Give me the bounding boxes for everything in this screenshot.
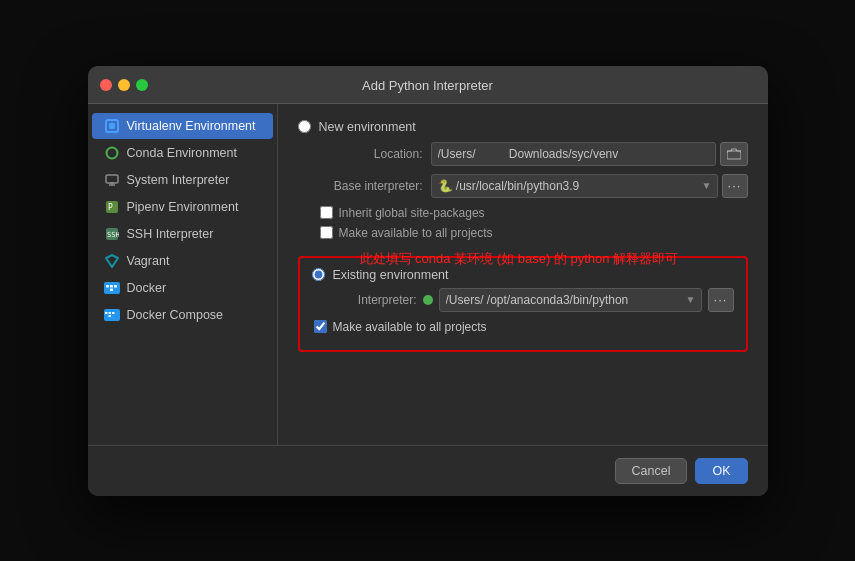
base-interpreter-input-wrap: 🐍 /usr/local/bin/python3.9 ▼ ··· (431, 174, 748, 198)
annotation-text: 此处填写 conda 某环境 (如 base) 的 python 解释器即可 (360, 250, 679, 268)
sidebar-item-system-label: System Interpreter (127, 173, 230, 187)
ssh-icon: SSH (104, 226, 120, 242)
new-environment-label: New environment (319, 120, 416, 134)
sidebar-item-docker[interactable]: Docker (92, 275, 273, 301)
cancel-button[interactable]: Cancel (615, 458, 688, 484)
conda-icon (104, 145, 120, 161)
minimize-button[interactable] (118, 79, 130, 91)
new-environment-radio[interactable] (298, 120, 311, 133)
sidebar-item-docker-compose[interactable]: Docker Compose (92, 302, 273, 328)
base-interpreter-more-button[interactable]: ··· (722, 174, 748, 198)
sidebar-item-pipenv-label: Pipenv Environment (127, 200, 239, 214)
svg-rect-18 (105, 312, 108, 314)
interpreter-more-button[interactable]: ··· (708, 288, 734, 312)
existing-environment-section: 此处填写 conda 某环境 (如 base) 的 python 解释器即可 E… (298, 256, 748, 352)
sidebar-item-conda-label: Conda Environment (127, 146, 237, 160)
svg-rect-14 (110, 285, 113, 288)
inherit-packages-checkbox[interactable] (320, 206, 333, 219)
inherit-packages-row: Inherit global site-packages (320, 206, 748, 220)
docker-icon (104, 280, 120, 296)
sidebar-item-virtualenv[interactable]: Virtualenv Environment (92, 113, 273, 139)
make-available-new-label: Make available to all projects (339, 226, 493, 240)
interpreter-label: Interpreter: (312, 293, 417, 307)
virtualenv-icon (104, 118, 120, 134)
base-interpreter-label: Base interpreter: (318, 179, 423, 193)
inherit-packages-label: Inherit global site-packages (339, 206, 485, 220)
dialog-overlay: Add Python Interpreter Virtualenv Enviro… (0, 0, 855, 561)
docker-compose-icon (104, 307, 120, 323)
add-interpreter-dialog: Add Python Interpreter Virtualenv Enviro… (88, 66, 768, 496)
pipenv-icon: P (104, 199, 120, 215)
svg-rect-19 (108, 312, 111, 314)
sidebar-item-vagrant[interactable]: Vagrant (92, 248, 273, 274)
system-icon (104, 172, 120, 188)
make-available-existing-checkbox[interactable] (314, 320, 327, 333)
location-row: Location: (318, 142, 748, 166)
sidebar-item-conda[interactable]: Conda Environment (92, 140, 273, 166)
ok-button[interactable]: OK (695, 458, 747, 484)
sidebar-item-system[interactable]: System Interpreter (92, 167, 273, 193)
interpreter-status-dot (423, 295, 433, 305)
dialog-footer: Cancel OK (88, 445, 768, 496)
close-button[interactable] (100, 79, 112, 91)
location-browse-button[interactable] (720, 142, 748, 166)
svg-rect-15 (114, 285, 117, 288)
dialog-titlebar: Add Python Interpreter (88, 66, 768, 104)
existing-environment-radio[interactable] (312, 268, 325, 281)
dialog-title: Add Python Interpreter (362, 78, 493, 93)
interpreter-select-wrapper: /Users/ /opt/anaconda3/bin/python ▼ (439, 288, 702, 312)
make-available-new-checkbox[interactable] (320, 226, 333, 239)
svg-text:SSH: SSH (107, 231, 119, 239)
svg-rect-3 (106, 175, 118, 183)
main-content: New environment Location: (278, 104, 768, 445)
location-label: Location: (318, 147, 423, 161)
sidebar-item-ssh-label: SSH Interpreter (127, 227, 214, 241)
svg-rect-12 (104, 282, 120, 294)
make-available-new-row: Make available to all projects (320, 226, 748, 240)
svg-rect-13 (106, 285, 109, 288)
sidebar-item-virtualenv-label: Virtualenv Environment (127, 119, 256, 133)
svg-point-2 (106, 147, 117, 158)
base-interpreter-row: Base interpreter: 🐍 /usr/local/bin/pytho… (318, 174, 748, 198)
make-available-existing-label: Make available to all projects (333, 320, 487, 334)
sidebar-item-ssh[interactable]: SSH SSH Interpreter (92, 221, 273, 247)
sidebar-item-docker-compose-label: Docker Compose (127, 308, 224, 322)
sidebar-item-vagrant-label: Vagrant (127, 254, 170, 268)
location-input[interactable] (431, 142, 716, 166)
existing-environment-row: Existing environment (312, 268, 734, 282)
svg-rect-17 (104, 309, 120, 321)
svg-rect-16 (110, 288, 113, 291)
dialog-body: Virtualenv Environment Conda Environment… (88, 104, 768, 445)
svg-text:P: P (108, 203, 113, 212)
svg-marker-11 (106, 255, 118, 267)
location-input-wrap (431, 142, 748, 166)
interpreter-select[interactable]: /Users/ /opt/anaconda3/bin/python (439, 288, 702, 312)
make-available-existing-row: Make available to all projects (314, 320, 734, 334)
sidebar-item-pipenv[interactable]: P Pipenv Environment (92, 194, 273, 220)
new-environment-row: New environment (298, 120, 748, 134)
vagrant-icon (104, 253, 120, 269)
existing-environment-label: Existing environment (333, 268, 449, 282)
new-environment-group: New environment Location: (298, 120, 748, 240)
interpreter-row: Interpreter: /Users/ /opt/anaconda3/bin/… (312, 288, 734, 312)
sidebar-item-docker-label: Docker (127, 281, 167, 295)
svg-rect-21 (108, 315, 111, 317)
svg-rect-20 (112, 312, 115, 314)
base-interpreter-select-wrapper: 🐍 /usr/local/bin/python3.9 ▼ (431, 174, 718, 198)
svg-rect-22 (727, 151, 741, 159)
new-env-form: Location: Base interpreter: (318, 142, 748, 240)
traffic-lights (100, 79, 148, 91)
sidebar: Virtualenv Environment Conda Environment… (88, 104, 278, 445)
maximize-button[interactable] (136, 79, 148, 91)
svg-rect-1 (109, 123, 115, 129)
base-interpreter-select[interactable]: 🐍 /usr/local/bin/python3.9 (431, 174, 718, 198)
